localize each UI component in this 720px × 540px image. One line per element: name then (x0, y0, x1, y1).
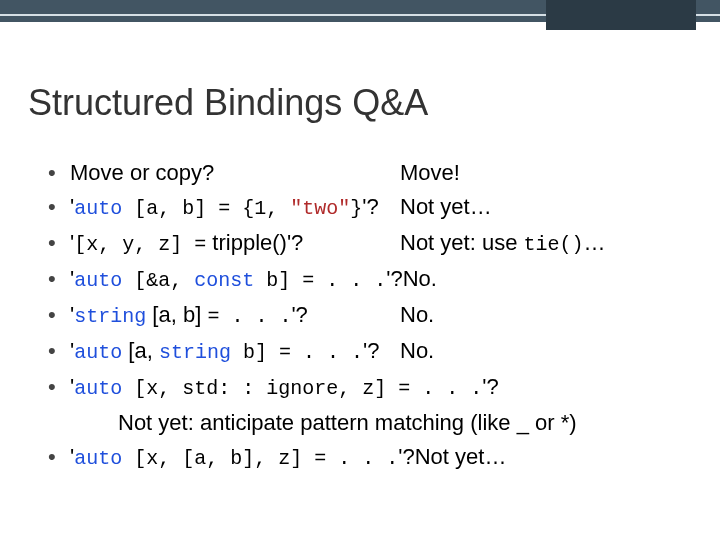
bullet-item: 'string [a, b] = . . .'?No. (48, 298, 680, 334)
bullet-item: 'auto [a, b] = {1, "two"}'?Not yet… (48, 190, 680, 226)
answer-text: Not yet: use tie()… (400, 226, 606, 262)
slide: Structured Bindings Q&A Move or copy?Mov… (0, 0, 720, 540)
question-text: 'string [a, b] = . . .'? (70, 298, 400, 334)
question-text: 'auto [x, [a, b], z] = . . .'? (70, 440, 415, 476)
question-text: 'auto [&a, const b] = . . .'? (70, 262, 403, 298)
question-text: Move or copy? (70, 156, 400, 190)
slide-title: Structured Bindings Q&A (28, 82, 428, 124)
answer-text: Not yet… (415, 440, 507, 476)
answer-text: No. (403, 262, 437, 298)
question-text: 'auto [a, b] = {1, "two"}'? (70, 190, 400, 226)
bullet-item: 'auto [x, std: : ignore, z] = . . .'?Not… (48, 370, 680, 440)
answer-text: Not yet… (400, 190, 492, 226)
bullet-item: Move or copy?Move! (48, 156, 680, 190)
answer-text: No. (400, 334, 434, 370)
header-accent (546, 0, 696, 30)
answer-text: No. (400, 298, 434, 334)
bullet-item: '[x, y, z] = tripple()'?Not yet: use tie… (48, 226, 680, 262)
question-text: 'auto [a, string b] = . . .'? (70, 334, 400, 370)
sub-answer-text: Not yet: anticipate pattern matching (li… (70, 406, 680, 440)
bullet-item: 'auto [&a, const b] = . . .'?No. (48, 262, 680, 298)
question-text: '[x, y, z] = tripple()'? (70, 226, 400, 262)
answer-text: Move! (400, 156, 460, 190)
bullet-item: 'auto [a, string b] = . . .'?No. (48, 334, 680, 370)
bullet-list: Move or copy?Move!'auto [a, b] = {1, "tw… (48, 156, 680, 476)
bullet-item: 'auto [x, [a, b], z] = . . .'?Not yet… (48, 440, 680, 476)
question-text: 'auto [x, std: : ignore, z] = . . .'? (70, 370, 499, 406)
content-area: Move or copy?Move!'auto [a, b] = {1, "tw… (48, 156, 680, 476)
